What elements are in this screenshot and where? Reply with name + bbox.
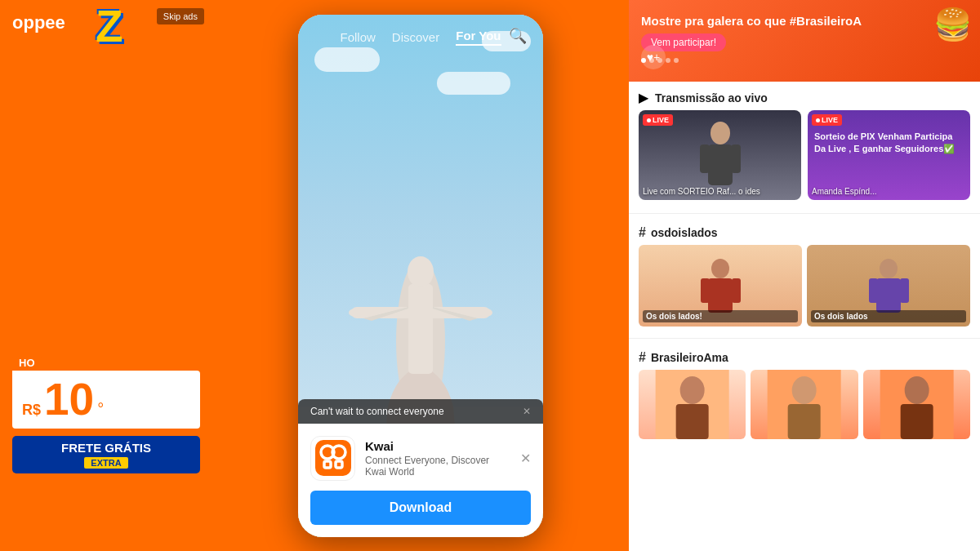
svg-rect-21 [869,278,878,303]
thumb1-label: Os dois lados! [643,310,798,322]
right-panel: 🍔 Mostre pra galera co que #BrasileiroA … [629,0,980,551]
banner-dots [641,58,968,63]
mid-right-strip [576,0,629,551]
phone-nav-bar: Follow Discover For You 🔍 [298,15,543,60]
price-decimal: ° [97,400,104,419]
popup-app-row: Kwai Connect Everyone, Discover Kwai Wor… [310,436,531,481]
svg-rect-12 [708,144,733,185]
hashtag1-thumb-1[interactable]: Os dois lados! [639,245,802,327]
banner-text: Mostre pra galera co que #BrasileiroA [641,12,968,29]
download-button[interactable]: Download [310,491,531,525]
live-grid: LIVE Live com SORTEIO Raf... o ides LIVE… [629,110,980,210]
bra-person-2 [751,370,858,439]
live-section-header: ▶ Transmissão ao vivo [629,82,980,110]
hashtag2-thumbnails [629,370,980,439]
kwai-app-icon [310,436,355,481]
live-card-2-label: Amanda Espínd... [812,187,966,196]
svg-point-4 [349,309,362,317]
svg-point-11 [710,122,730,144]
svg-rect-18 [732,278,741,303]
svg-rect-25 [676,404,709,439]
svg-rect-20 [876,278,901,313]
person-silhouette-2 [698,256,743,317]
svg-point-27 [792,376,817,404]
burger-emoji: 🍔 [933,7,972,42]
person-silhouette-3 [866,256,911,317]
popup-close-header[interactable]: ✕ [523,406,531,417]
thumb2-label: Os dois lados [811,310,966,322]
price-currency: R$ [22,402,41,419]
popup-app-info: Kwai Connect Everyone, Discover Kwai Wor… [365,439,510,478]
hashtag1-name: osdoislados [651,226,718,239]
channel-logo: Z [96,4,123,49]
banner-heart-icon: ♥+ [641,45,666,69]
center-phone-panel: Follow Discover For You 🔍 Can't wait to … [265,0,576,551]
hashtag2-thumb-1[interactable] [639,370,746,439]
svg-rect-1 [408,284,433,374]
live-card-1[interactable]: LIVE Live com SORTEIO Raf... o ides [639,110,801,200]
bra-person-1 [639,370,746,439]
phone-nav-for-you[interactable]: For You [456,29,501,46]
popup-app-name: Kwai [365,439,510,453]
price-amount: 10 [44,377,94,422]
live-section-icon: ▶ [639,90,648,105]
live-card-2[interactable]: LIVE Sorteio de PIX Venham Participa Da … [808,110,970,200]
skip-ads-button[interactable]: Skip ads [157,8,204,24]
popup-header-text: Can't wait to connect everyone [310,406,444,417]
live-section-title: Transmissão ao vivo [655,91,768,104]
hashtag2-header: # BrasileiroAma [629,342,980,370]
left-ad-panel: oppee Skip ads Z HO R$ 10 ° FRETE GRÁTIS… [0,0,212,551]
hashtag1-thumb-2[interactable]: Os dois lados [807,245,970,327]
phone-mockup: Follow Discover For You 🔍 Can't wait to … [298,15,543,537]
banner-dot-4 [666,58,670,63]
hashtag1-header: # osdoislados [629,217,980,245]
live-card-1-label: Live com SORTEIO Raf... o ides [643,187,797,196]
price-label: HO [12,355,42,371]
cloud-3 [437,72,510,95]
free-shipping-label: FRETE GRÁTIS EXTRA [12,436,200,473]
kwai-logo-svg [315,440,351,476]
mid-left-strip [212,0,265,551]
svg-point-19 [880,259,898,278]
popup-body: Kwai Connect Everyone, Discover Kwai Wor… [298,424,543,537]
banner-dot-5 [674,58,679,63]
phone-popup: Can't wait to connect everyone ✕ [298,399,543,537]
divider-1 [629,213,980,214]
divider-2 [629,338,980,339]
hashtag2-thumb-2[interactable] [751,370,858,439]
person-silhouette-1 [696,118,745,192]
popup-app-desc: Connect Everyone, Discover Kwai World [365,455,510,478]
svg-rect-13 [700,144,710,173]
svg-rect-14 [731,144,741,173]
hashtag1-thumbnails: Os dois lados! Os dois lados [629,245,980,335]
live-badge-2: LIVE [812,114,842,126]
svg-rect-22 [900,278,909,303]
svg-point-24 [680,376,705,404]
svg-point-15 [711,259,729,278]
extra-badge: EXTRA [84,457,127,469]
phone-screen: Follow Discover For You 🔍 Can't wait to … [298,15,543,537]
bra-person-3 [863,370,970,439]
svg-point-5 [479,309,492,317]
svg-rect-6 [315,440,351,476]
phone-search-icon[interactable]: 🔍 [509,27,527,45]
svg-rect-31 [900,404,933,439]
popup-close-button[interactable]: ✕ [520,451,531,466]
svg-rect-16 [708,278,733,313]
banner-section: 🍔 Mostre pra galera co que #BrasileiroA … [629,0,980,82]
hashtag2-symbol: # [639,350,646,365]
svg-rect-17 [701,278,710,303]
phone-nav-follow[interactable]: Follow [341,30,376,44]
phone-nav-discover[interactable]: Discover [392,30,439,44]
hashtag2-name: BrasileiroAma [651,351,728,364]
svg-point-30 [904,376,929,404]
live-card-2-text: Sorteio de PIX Venham Participa Da Live … [814,131,964,156]
live-badge-dot-2 [816,118,820,122]
hashtag1-symbol: # [639,225,646,240]
popup-header: Can't wait to connect everyone ✕ [298,399,543,424]
hashtag2-thumb-3[interactable] [863,370,970,439]
svg-point-2 [408,256,434,287]
svg-rect-28 [788,404,821,439]
